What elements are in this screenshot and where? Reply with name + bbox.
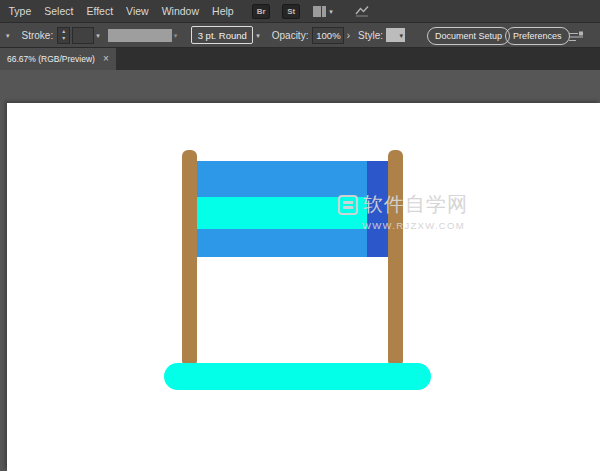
illustrator-window: Type Select Effect View Window Help Br S… <box>0 0 600 471</box>
watermark: 软件自学网 WWW.RJZXW.COM <box>338 191 468 231</box>
stroke-label: Stroke: <box>22 30 54 41</box>
control-bar: ▾ Stroke: ▴ ▾ ▾ ▾ 3 pt. Round ▾ Opacity:… <box>0 22 600 48</box>
watermark-row: 软件自学网 <box>338 191 468 218</box>
style-swatch-select[interactable]: ▾ <box>386 28 405 42</box>
left-post-shape[interactable] <box>182 150 197 367</box>
menu-window[interactable]: Window <box>155 0 205 22</box>
watermark-title: 软件自学网 <box>363 191 468 218</box>
document-setup-button[interactable]: Document Setup <box>427 27 510 45</box>
artboard-canvas[interactable] <box>7 103 600 471</box>
menu-type[interactable]: Type <box>2 0 38 22</box>
document-tab[interactable]: 66.67% (RGB/Preview) × <box>0 48 116 70</box>
style-label: Style: <box>358 30 383 41</box>
watermark-url: WWW.RJZXW.COM <box>362 220 468 231</box>
opacity-value-field[interactable]: 100% <box>312 27 344 44</box>
opacity-label: Opacity: <box>272 30 309 41</box>
watermark-logo-icon <box>338 195 358 215</box>
close-icon[interactable]: × <box>103 54 109 64</box>
menu-bar: Type Select Effect View Window Help Br S… <box>0 0 600 22</box>
opacity-expand-chevron[interactable]: › <box>346 30 350 41</box>
stepper-down-icon[interactable]: ▾ <box>62 35 65 42</box>
document-tab-title: 66.67% (RGB/Preview) <box>7 54 95 64</box>
right-post-shape[interactable] <box>388 150 403 367</box>
stepper-up-icon[interactable]: ▴ <box>62 28 65 35</box>
arrange-documents-icon <box>313 6 326 17</box>
banner-bottom-stripe[interactable] <box>197 229 390 257</box>
bridge-icon[interactable]: Br <box>252 4 270 19</box>
swatch-dropdown-chevron[interactable]: ▾ <box>6 32 10 39</box>
workspace-icon[interactable] <box>355 5 369 17</box>
stroke-weight-stepper[interactable]: ▴ ▾ <box>57 27 70 44</box>
brush-definition-chevron[interactable]: ▾ <box>256 32 260 39</box>
style-chevron-icon: ▾ <box>400 32 404 39</box>
document-tab-bar: 66.67% (RGB/Preview) × <box>0 48 600 70</box>
brush-definition-select[interactable]: 3 pt. Round <box>191 26 253 44</box>
stroke-weight-field[interactable] <box>72 27 94 44</box>
chevron-down-icon: ▾ <box>329 8 333 15</box>
arrange-documents-button[interactable]: ▾ <box>313 6 333 17</box>
menu-help[interactable]: Help <box>206 0 241 22</box>
stock-icon[interactable]: St <box>282 4 300 19</box>
panel-options-icon[interactable] <box>568 30 584 43</box>
menu-effect[interactable]: Effect <box>80 0 120 22</box>
menu-select[interactable]: Select <box>38 0 80 22</box>
stroke-weight-chevron[interactable]: ▾ <box>96 32 100 39</box>
menu-view[interactable]: View <box>120 0 156 22</box>
base-shape[interactable] <box>164 363 431 390</box>
width-profile-preview[interactable] <box>108 29 172 42</box>
preferences-button[interactable]: Preferences <box>505 27 570 45</box>
width-profile-chevron[interactable]: ▾ <box>174 32 178 39</box>
